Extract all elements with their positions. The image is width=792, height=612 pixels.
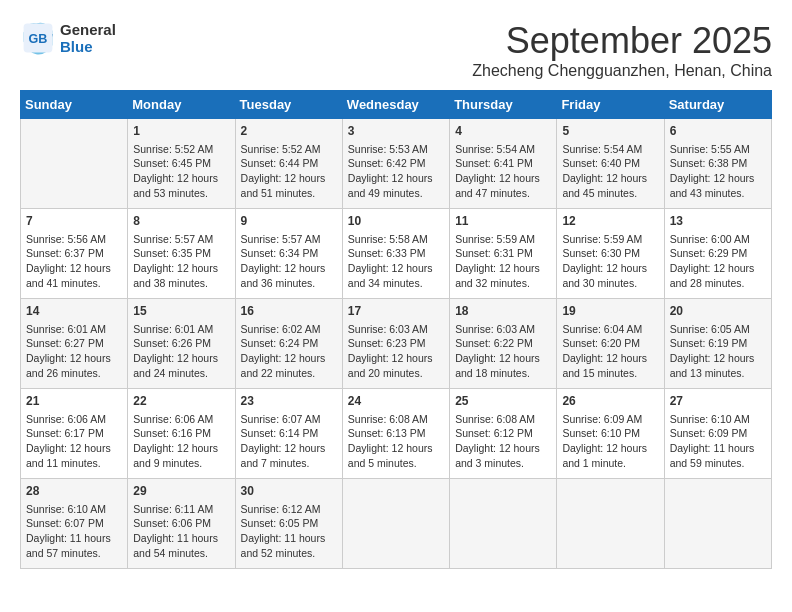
calendar-cell: 27Sunrise: 6:10 AM Sunset: 6:09 PM Dayli…: [664, 389, 771, 479]
day-info: Sunrise: 6:06 AM Sunset: 6:17 PM Dayligh…: [26, 412, 122, 471]
day-info: Sunrise: 6:00 AM Sunset: 6:29 PM Dayligh…: [670, 232, 766, 291]
day-info: Sunrise: 5:52 AM Sunset: 6:44 PM Dayligh…: [241, 142, 337, 201]
calendar-cell: 14Sunrise: 6:01 AM Sunset: 6:27 PM Dayli…: [21, 299, 128, 389]
day-info: Sunrise: 6:03 AM Sunset: 6:22 PM Dayligh…: [455, 322, 551, 381]
calendar-cell: 9Sunrise: 5:57 AM Sunset: 6:34 PM Daylig…: [235, 209, 342, 299]
day-number: 9: [241, 213, 337, 230]
calendar-cell: 16Sunrise: 6:02 AM Sunset: 6:24 PM Dayli…: [235, 299, 342, 389]
day-info: Sunrise: 5:52 AM Sunset: 6:45 PM Dayligh…: [133, 142, 229, 201]
calendar-cell: 20Sunrise: 6:05 AM Sunset: 6:19 PM Dayli…: [664, 299, 771, 389]
calendar-cell: 24Sunrise: 6:08 AM Sunset: 6:13 PM Dayli…: [342, 389, 449, 479]
day-number: 7: [26, 213, 122, 230]
day-number: 28: [26, 483, 122, 500]
day-number: 29: [133, 483, 229, 500]
day-number: 21: [26, 393, 122, 410]
day-number: 8: [133, 213, 229, 230]
day-info: Sunrise: 5:54 AM Sunset: 6:41 PM Dayligh…: [455, 142, 551, 201]
calendar-cell: 1Sunrise: 5:52 AM Sunset: 6:45 PM Daylig…: [128, 119, 235, 209]
column-header-saturday: Saturday: [664, 91, 771, 119]
day-number: 3: [348, 123, 444, 140]
logo-text: General Blue: [60, 21, 116, 55]
calendar-cell: [557, 479, 664, 569]
column-header-sunday: Sunday: [21, 91, 128, 119]
day-info: Sunrise: 6:06 AM Sunset: 6:16 PM Dayligh…: [133, 412, 229, 471]
logo: GB General Blue: [20, 20, 116, 56]
calendar-cell: 13Sunrise: 6:00 AM Sunset: 6:29 PM Dayli…: [664, 209, 771, 299]
day-number: 15: [133, 303, 229, 320]
day-number: 25: [455, 393, 551, 410]
page-header: GB General Blue September 2025 Zhecheng …: [20, 20, 772, 80]
day-number: 23: [241, 393, 337, 410]
day-info: Sunrise: 6:01 AM Sunset: 6:26 PM Dayligh…: [133, 322, 229, 381]
day-number: 13: [670, 213, 766, 230]
calendar-cell: 5Sunrise: 5:54 AM Sunset: 6:40 PM Daylig…: [557, 119, 664, 209]
day-info: Sunrise: 5:57 AM Sunset: 6:34 PM Dayligh…: [241, 232, 337, 291]
day-number: 1: [133, 123, 229, 140]
day-number: 11: [455, 213, 551, 230]
day-info: Sunrise: 6:03 AM Sunset: 6:23 PM Dayligh…: [348, 322, 444, 381]
day-info: Sunrise: 6:09 AM Sunset: 6:10 PM Dayligh…: [562, 412, 658, 471]
day-info: Sunrise: 5:59 AM Sunset: 6:30 PM Dayligh…: [562, 232, 658, 291]
day-number: 20: [670, 303, 766, 320]
calendar-cell: 19Sunrise: 6:04 AM Sunset: 6:20 PM Dayli…: [557, 299, 664, 389]
day-info: Sunrise: 5:56 AM Sunset: 6:37 PM Dayligh…: [26, 232, 122, 291]
calendar-cell: 10Sunrise: 5:58 AM Sunset: 6:33 PM Dayli…: [342, 209, 449, 299]
day-info: Sunrise: 5:59 AM Sunset: 6:31 PM Dayligh…: [455, 232, 551, 291]
day-number: 26: [562, 393, 658, 410]
calendar-cell: 30Sunrise: 6:12 AM Sunset: 6:05 PM Dayli…: [235, 479, 342, 569]
svg-text:GB: GB: [29, 32, 48, 46]
calendar-cell: [21, 119, 128, 209]
calendar-cell: 17Sunrise: 6:03 AM Sunset: 6:23 PM Dayli…: [342, 299, 449, 389]
logo-icon: GB: [20, 20, 56, 56]
week-row-3: 14Sunrise: 6:01 AM Sunset: 6:27 PM Dayli…: [21, 299, 772, 389]
day-number: 22: [133, 393, 229, 410]
day-info: Sunrise: 6:08 AM Sunset: 6:12 PM Dayligh…: [455, 412, 551, 471]
month-title: September 2025: [472, 20, 772, 62]
calendar-cell: 12Sunrise: 5:59 AM Sunset: 6:30 PM Dayli…: [557, 209, 664, 299]
day-number: 24: [348, 393, 444, 410]
day-info: Sunrise: 5:57 AM Sunset: 6:35 PM Dayligh…: [133, 232, 229, 291]
calendar-cell: 22Sunrise: 6:06 AM Sunset: 6:16 PM Dayli…: [128, 389, 235, 479]
day-number: 19: [562, 303, 658, 320]
calendar-cell: 29Sunrise: 6:11 AM Sunset: 6:06 PM Dayli…: [128, 479, 235, 569]
day-number: 30: [241, 483, 337, 500]
calendar-cell: 6Sunrise: 5:55 AM Sunset: 6:38 PM Daylig…: [664, 119, 771, 209]
day-number: 5: [562, 123, 658, 140]
day-info: Sunrise: 5:54 AM Sunset: 6:40 PM Dayligh…: [562, 142, 658, 201]
day-info: Sunrise: 6:05 AM Sunset: 6:19 PM Dayligh…: [670, 322, 766, 381]
calendar-cell: 15Sunrise: 6:01 AM Sunset: 6:26 PM Dayli…: [128, 299, 235, 389]
day-info: Sunrise: 5:58 AM Sunset: 6:33 PM Dayligh…: [348, 232, 444, 291]
week-row-1: 1Sunrise: 5:52 AM Sunset: 6:45 PM Daylig…: [21, 119, 772, 209]
week-row-2: 7Sunrise: 5:56 AM Sunset: 6:37 PM Daylig…: [21, 209, 772, 299]
day-number: 14: [26, 303, 122, 320]
calendar-cell: 21Sunrise: 6:06 AM Sunset: 6:17 PM Dayli…: [21, 389, 128, 479]
day-info: Sunrise: 6:07 AM Sunset: 6:14 PM Dayligh…: [241, 412, 337, 471]
location: Zhecheng Chengguanzhen, Henan, China: [472, 62, 772, 80]
column-header-friday: Friday: [557, 91, 664, 119]
calendar-cell: 18Sunrise: 6:03 AM Sunset: 6:22 PM Dayli…: [450, 299, 557, 389]
day-info: Sunrise: 6:04 AM Sunset: 6:20 PM Dayligh…: [562, 322, 658, 381]
calendar-cell: 23Sunrise: 6:07 AM Sunset: 6:14 PM Dayli…: [235, 389, 342, 479]
day-number: 16: [241, 303, 337, 320]
day-info: Sunrise: 6:10 AM Sunset: 6:09 PM Dayligh…: [670, 412, 766, 471]
title-block: September 2025 Zhecheng Chengguanzhen, H…: [472, 20, 772, 80]
day-info: Sunrise: 6:11 AM Sunset: 6:06 PM Dayligh…: [133, 502, 229, 561]
day-info: Sunrise: 6:10 AM Sunset: 6:07 PM Dayligh…: [26, 502, 122, 561]
day-info: Sunrise: 6:02 AM Sunset: 6:24 PM Dayligh…: [241, 322, 337, 381]
day-number: 18: [455, 303, 551, 320]
column-header-wednesday: Wednesday: [342, 91, 449, 119]
calendar-cell: 8Sunrise: 5:57 AM Sunset: 6:35 PM Daylig…: [128, 209, 235, 299]
day-info: Sunrise: 6:01 AM Sunset: 6:27 PM Dayligh…: [26, 322, 122, 381]
column-header-monday: Monday: [128, 91, 235, 119]
day-number: 27: [670, 393, 766, 410]
day-number: 10: [348, 213, 444, 230]
column-header-thursday: Thursday: [450, 91, 557, 119]
calendar-cell: 26Sunrise: 6:09 AM Sunset: 6:10 PM Dayli…: [557, 389, 664, 479]
calendar-cell: 2Sunrise: 5:52 AM Sunset: 6:44 PM Daylig…: [235, 119, 342, 209]
calendar-cell: 4Sunrise: 5:54 AM Sunset: 6:41 PM Daylig…: [450, 119, 557, 209]
calendar-cell: 7Sunrise: 5:56 AM Sunset: 6:37 PM Daylig…: [21, 209, 128, 299]
calendar-cell: 28Sunrise: 6:10 AM Sunset: 6:07 PM Dayli…: [21, 479, 128, 569]
day-info: Sunrise: 6:08 AM Sunset: 6:13 PM Dayligh…: [348, 412, 444, 471]
calendar-cell: [664, 479, 771, 569]
column-header-tuesday: Tuesday: [235, 91, 342, 119]
